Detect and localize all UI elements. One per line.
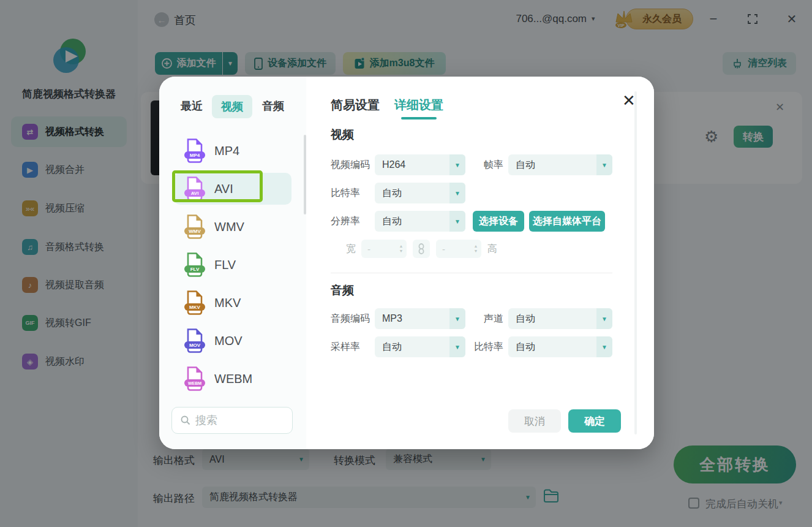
audio-bitrate-value: 自动 — [508, 341, 596, 354]
width-label: 宽 — [346, 238, 356, 259]
close-dialog-icon[interactable]: ✕ — [622, 93, 636, 108]
audio-section-header: 音频 — [331, 282, 354, 298]
chevron-down-icon: ▼ — [596, 154, 612, 175]
height-label: 高 — [487, 238, 497, 259]
svg-text:MP4: MP4 — [190, 153, 200, 158]
bitrate-select[interactable]: 自动 ▼ — [375, 183, 465, 203]
tab-simple-settings[interactable]: 简易设置 — [331, 97, 380, 113]
format-item-mkv[interactable]: MKV MKV — [174, 287, 291, 319]
sample-rate-value: 自动 — [375, 341, 449, 354]
wmv-file-icon: WMV — [184, 214, 206, 240]
format-item-mp4[interactable]: MP4 MP4 — [174, 135, 291, 167]
svg-text:WEBM: WEBM — [188, 381, 201, 385]
bitrate-value: 自动 — [375, 187, 449, 200]
video-codec-value: H264 — [375, 159, 449, 170]
format-item-webm[interactable]: WEBM WEBM — [174, 363, 291, 395]
audio-codec-select[interactable]: MP3 ▼ — [375, 308, 465, 329]
video-codec-select[interactable]: H264 ▼ — [375, 154, 465, 175]
cancel-button[interactable]: 取消 — [508, 409, 561, 433]
resolution-select[interactable]: 自动 ▼ — [375, 211, 465, 232]
svg-text:FLV: FLV — [190, 267, 200, 272]
svg-text:MKV: MKV — [189, 305, 200, 310]
webm-file-icon: WEBM — [184, 366, 206, 392]
format-search — [171, 407, 293, 434]
mkv-file-icon: MKV — [184, 290, 206, 316]
video-section-header: 视频 — [331, 127, 354, 143]
video-codec-label: 视频编码 — [331, 154, 370, 175]
settings-scrollbar-track[interactable] — [634, 91, 637, 434]
audio-bitrate-select[interactable]: 自动 ▼ — [508, 336, 612, 357]
svg-text:MOV: MOV — [189, 343, 201, 348]
search-input[interactable] — [195, 414, 275, 427]
resolution-value: 自动 — [375, 215, 449, 228]
section-divider — [331, 273, 612, 273]
ok-button[interactable]: 确定 — [568, 409, 621, 433]
channels-select[interactable]: 自动 ▼ — [508, 308, 612, 329]
stepper-arrows[interactable]: ▲▼ — [396, 244, 407, 254]
format-item-flv[interactable]: FLV FLV — [174, 249, 291, 281]
audio-codec-label: 音频编码 — [331, 308, 370, 329]
tab-audio[interactable]: 音频 — [262, 99, 284, 113]
mov-file-icon: MOV — [184, 328, 206, 354]
channels-label: 声道 — [483, 308, 503, 329]
chevron-down-icon: ▼ — [596, 308, 612, 329]
audio-bitrate-label: 比特率 — [473, 336, 503, 357]
format-item-mov[interactable]: MOV MOV — [174, 325, 291, 357]
tab-video[interactable]: 视频 — [212, 95, 252, 118]
select-device-button[interactable]: 选择设备 — [473, 211, 524, 232]
audio-codec-value: MP3 — [375, 313, 449, 324]
bitrate-label: 比特率 — [331, 183, 360, 203]
tab-detail-settings[interactable]: 详细设置 — [394, 97, 443, 113]
svg-text:WMV: WMV — [189, 229, 201, 234]
stepper-arrows[interactable]: ▲▼ — [470, 244, 481, 254]
format-item-wmv[interactable]: WMV WMV — [174, 211, 291, 243]
sample-rate-label: 采样率 — [331, 336, 360, 357]
chevron-down-icon: ▼ — [449, 154, 465, 175]
fps-select[interactable]: 自动 ▼ — [508, 154, 612, 175]
avi-file-icon: AVI — [184, 176, 206, 202]
format-item-avi[interactable]: AVI AVI — [174, 173, 291, 205]
fps-value: 自动 — [508, 159, 596, 172]
search-icon — [181, 415, 190, 425]
resolution-label: 分辨率 — [331, 211, 360, 232]
chevron-down-icon: ▼ — [449, 336, 465, 357]
settings-pane: 简易设置 详细设置 ✕ 视频 视频编码 H264 ▼ 帧率 自动 ▼ 比特率 自… — [306, 77, 654, 449]
svg-text:AVI: AVI — [191, 191, 199, 196]
height-input[interactable]: - ▲▼ — [436, 240, 481, 258]
channels-value: 自动 — [508, 313, 596, 325]
chevron-down-icon: ▼ — [449, 211, 465, 232]
fps-label: 帧率 — [483, 154, 503, 175]
tab-recent[interactable]: 最近 — [181, 99, 203, 113]
active-tab-underline — [401, 117, 437, 119]
sample-rate-select[interactable]: 自动 ▼ — [375, 336, 465, 357]
width-input[interactable]: - ▲▼ — [361, 240, 407, 258]
chevron-down-icon: ▼ — [449, 308, 465, 329]
link-dimensions-icon[interactable] — [413, 240, 430, 258]
format-picker-pane: 最近 视频 音频 MP4 MP4 AVI AVI — [159, 77, 306, 449]
format-settings-dialog: 最近 视频 音频 MP4 MP4 AVI AVI — [159, 77, 654, 449]
chevron-down-icon: ▼ — [449, 183, 465, 203]
flv-file-icon: FLV — [184, 252, 206, 278]
chevron-down-icon: ▼ — [596, 336, 612, 357]
select-platform-button[interactable]: 选择自媒体平台 — [529, 211, 605, 232]
mp4-file-icon: MP4 — [184, 138, 206, 164]
